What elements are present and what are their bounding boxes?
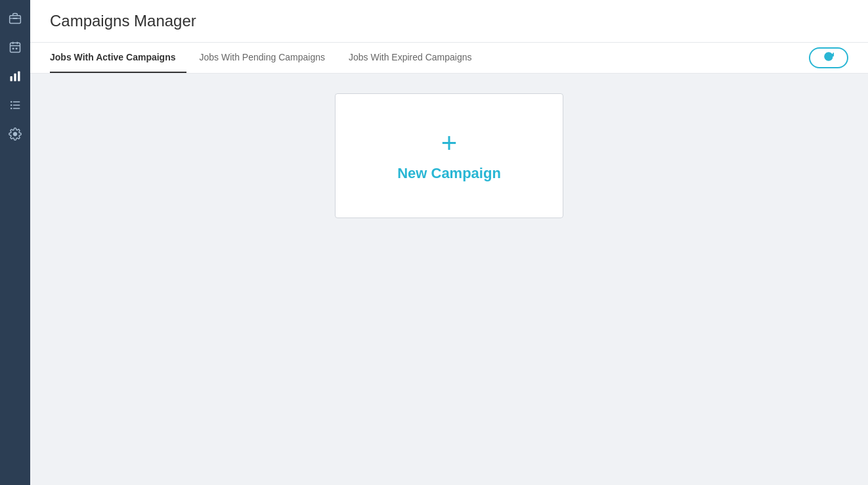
svg-point-14 [11, 101, 12, 103]
svg-rect-0 [10, 16, 21, 24]
page-title: Campaigns Manager [50, 12, 848, 30]
new-campaign-card[interactable]: + New Campaign [335, 93, 563, 218]
tab-bar: Jobs With Active Campaigns Jobs With Pen… [30, 43, 868, 74]
settings-icon [9, 127, 22, 141]
refresh-button[interactable] [809, 47, 848, 68]
briefcase-icon [9, 12, 22, 25]
sidebar [0, 0, 30, 485]
svg-rect-8 [11, 76, 12, 81]
chart-icon [9, 70, 22, 83]
calendar-icon [9, 41, 22, 54]
svg-point-17 [14, 133, 17, 136]
sidebar-item-chart[interactable] [2, 63, 28, 89]
main-content: Campaigns Manager Jobs With Active Campa… [30, 0, 868, 485]
svg-rect-10 [18, 72, 20, 81]
svg-point-16 [11, 108, 12, 110]
svg-rect-7 [16, 48, 18, 50]
tab-expired-campaigns[interactable]: Jobs With Expired Campaigns [349, 43, 483, 73]
svg-point-15 [11, 104, 12, 106]
page-header: Campaigns Manager [30, 0, 868, 43]
sidebar-item-list[interactable] [2, 92, 28, 118]
refresh-icon [823, 51, 834, 64]
list-icon [9, 99, 22, 112]
svg-rect-9 [14, 74, 16, 81]
new-campaign-plus-icon: + [441, 129, 458, 157]
content-area: + New Campaign [30, 74, 868, 485]
sidebar-item-settings[interactable] [2, 121, 28, 147]
sidebar-item-briefcase[interactable] [2, 5, 28, 32]
tab-active-campaigns[interactable]: Jobs With Active Campaigns [50, 43, 186, 73]
tab-pending-campaigns[interactable]: Jobs With Pending Campaigns [200, 43, 336, 73]
new-campaign-label: New Campaign [397, 165, 501, 182]
svg-rect-6 [12, 48, 14, 50]
svg-rect-2 [11, 43, 20, 52]
sidebar-item-calendar[interactable] [2, 34, 28, 60]
